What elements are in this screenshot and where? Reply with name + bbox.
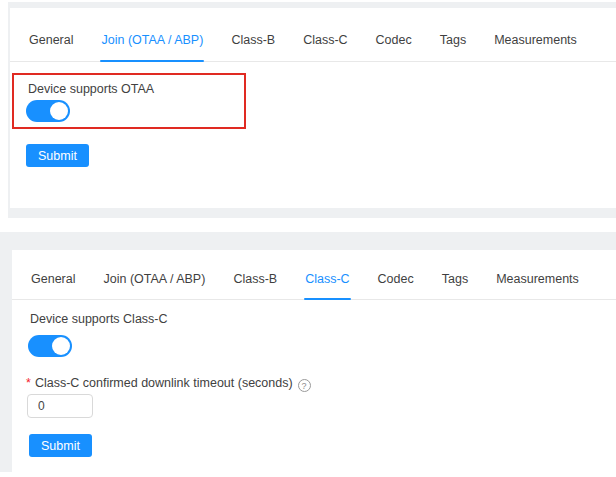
tab-class-c[interactable]: Class-C [302,33,348,61]
otaa-toggle-label: Device supports OTAA [28,82,154,96]
tab-class-b[interactable]: Class-B [230,33,276,61]
timeout-field-label: *Class-C confirmed downlink timeout (sec… [26,376,311,392]
timeout-label-text: Class-C confirmed downlink timeout (seco… [35,376,293,390]
tab-general[interactable]: General [30,272,76,299]
class-c-toggle-label: Device supports Class-C [30,312,168,326]
otaa-toggle[interactable] [26,100,70,122]
tab-tags[interactable]: Tags [441,272,469,299]
screenshot-join-tab: General Join (OTAA / ABP) Class-B Class-… [8,2,616,218]
tab-bar: General Join (OTAA / ABP) Class-B Class-… [10,8,616,62]
tab-class-c[interactable]: Class-C [304,272,350,299]
tab-measurements[interactable]: Measurements [495,272,580,299]
question-circle-icon[interactable]: ? [298,379,311,392]
submit-button[interactable]: Submit [26,144,89,167]
submit-button[interactable]: Submit [29,434,92,457]
tab-codec[interactable]: Codec [375,33,413,61]
tab-join-otaa-abp[interactable]: Join (OTAA / ABP) [100,33,204,61]
device-config-panel-join: General Join (OTAA / ABP) Class-B Class-… [10,8,616,208]
device-config-panel-class-c: General Join (OTAA / ABP) Class-B Class-… [12,250,616,472]
tab-general[interactable]: General [28,33,74,61]
timeout-input[interactable] [27,394,93,418]
screenshot-class-c-tab: General Join (OTAA / ABP) Class-B Class-… [0,232,616,472]
tab-bar: General Join (OTAA / ABP) Class-B Class-… [12,250,616,300]
tab-codec[interactable]: Codec [377,272,415,299]
tab-measurements[interactable]: Measurements [493,33,578,61]
tab-tags[interactable]: Tags [439,33,467,61]
tab-join-otaa-abp[interactable]: Join (OTAA / ABP) [102,272,206,299]
required-asterisk: * [26,376,31,390]
tab-class-b[interactable]: Class-B [232,272,278,299]
class-c-toggle[interactable] [28,335,72,357]
